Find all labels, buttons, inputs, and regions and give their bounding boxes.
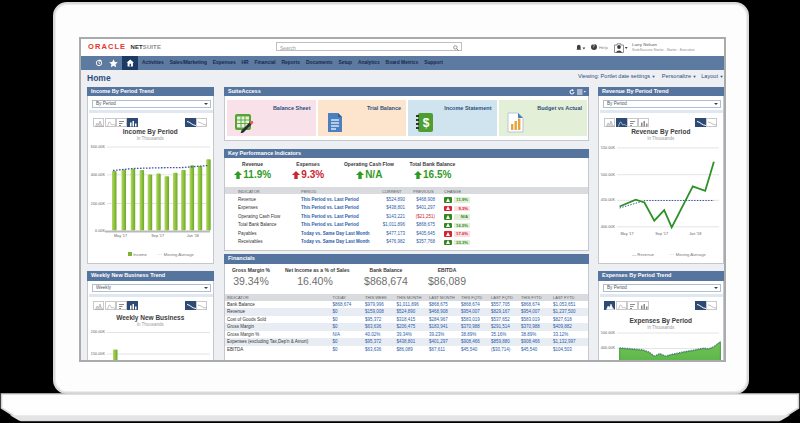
svg-text:$: $ bbox=[423, 116, 430, 130]
